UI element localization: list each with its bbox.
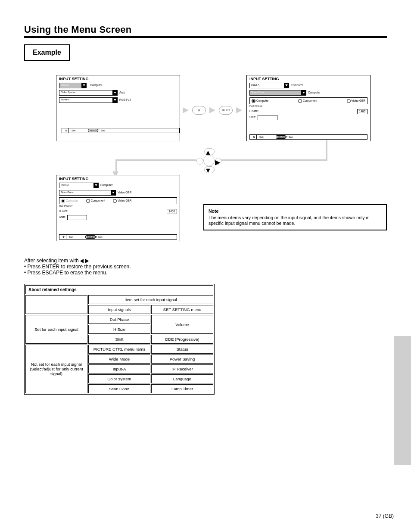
screen2-title: INPUT SETTING: [247, 75, 370, 82]
chevron-down-icon: [81, 83, 86, 88]
arrow-right-icon: [236, 107, 242, 113]
s2-inputa[interactable]: Input-A: [249, 83, 289, 88]
arrow-right-icon: [209, 107, 215, 113]
radio-icon[interactable]: [252, 99, 255, 103]
updown-icon: ⇅: [251, 135, 257, 139]
triangle-right-icon: [85, 259, 89, 263]
radio-icon[interactable]: [298, 99, 302, 103]
s3-inputa[interactable]: Input-A: [59, 183, 99, 188]
example-badge: Example: [24, 44, 70, 61]
move-icon: ✥: [61, 235, 66, 239]
arrow-right-icon: [183, 107, 189, 113]
retained-settings-table: About retained settings Item set for eac…: [24, 284, 215, 395]
divider: [24, 36, 387, 38]
side-tab: [394, 336, 411, 465]
s2-options: Computer Component Video GBR: [249, 97, 367, 104]
screen-input-setting-1: INPUT SETTING Input-A Computer Color Sys…: [56, 75, 180, 141]
s2-dot: Dot Phase:: [249, 105, 367, 108]
chevron-down-icon: [284, 83, 289, 88]
updown-icon: ⇅: [63, 128, 69, 133]
flow-line: [115, 159, 196, 161]
s3-options: Computer Component Video GBR: [59, 197, 177, 204]
page-title: Using the Menu Screen: [24, 24, 132, 35]
s2-hsize-val: 1400: [357, 109, 367, 114]
screen1-title: INPUT SETTING: [56, 75, 180, 82]
chevron-down-icon: [301, 90, 306, 95]
dpad-icon[interactable]: ▲▼▶: [196, 148, 221, 173]
chevron-down-icon: [112, 90, 117, 95]
down-button-icon[interactable]: ▼: [192, 106, 206, 115]
up-icon: ▲: [204, 148, 215, 155]
chevron-down-icon: [111, 190, 115, 195]
s1-screen-field[interactable]: Screen: [59, 97, 118, 103]
note-box: Note The menu items vary depending on th…: [203, 204, 387, 230]
screen3-title: INPUT SETTING: [56, 175, 180, 182]
s3-footer: ✥ Sel: Set: SELECT: [59, 234, 177, 240]
s1-inputa-field[interactable]: Input-A: [59, 83, 87, 88]
s2-scanconv[interactable]: Scan Conv.: [249, 90, 306, 96]
radio-icon[interactable]: [86, 199, 90, 203]
screen-input-setting-2: INPUT SETTING Input-A Computer Scan Conv…: [246, 75, 371, 141]
flow-1-to-2: ▼ SELECT: [183, 106, 242, 115]
after-text: After selecting item with • Press ENTER …: [24, 258, 131, 276]
down-icon: ▼: [204, 166, 215, 173]
radio-icon[interactable]: [113, 199, 117, 203]
s2-shift-box: [258, 115, 277, 120]
note-body: The menu items vary depending on the inp…: [209, 215, 382, 226]
flow-line: [220, 159, 327, 161]
s1-colorsys-field[interactable]: Color System: [59, 90, 118, 96]
note-heading: Note: [209, 208, 382, 214]
radio-icon[interactable]: [61, 199, 65, 203]
right-icon: ▶: [215, 158, 221, 165]
s3-scanconv[interactable]: Scan Conv.: [59, 190, 116, 196]
select-button-icon[interactable]: SELECT: [219, 106, 233, 115]
flow-line: [326, 140, 327, 161]
triangle-left-icon: [80, 259, 84, 263]
s2-footer: ⇅ Sel: Set: SELECT: [249, 134, 367, 140]
chevron-down-icon: [93, 183, 98, 188]
screen-input-setting-3: INPUT SETTING Input-A Computer Scan Conv…: [56, 175, 180, 241]
radio-icon[interactable]: [347, 99, 351, 103]
chevron-down-icon: [112, 98, 117, 103]
page-number: 37 (GB): [376, 513, 394, 519]
